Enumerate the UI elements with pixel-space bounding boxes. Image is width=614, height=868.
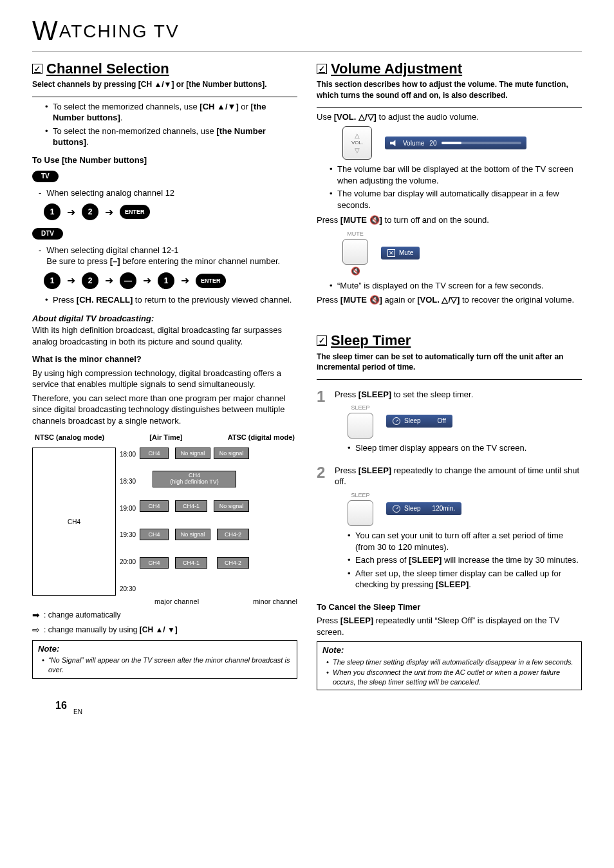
arrow-icon: ➜ [143, 274, 151, 288]
solid-arrow-icon: ➡ [32, 609, 40, 621]
channel-selection-heading: ✓ Channel Selection [32, 59, 297, 79]
sleep-osd-120: Sleep 120min. [386, 502, 461, 515]
page-lang: EN [73, 708, 82, 717]
time-axis: 18:00 18:30 19:00 19:30 20:00 20:30 [120, 448, 136, 596]
recall-list: Press [CH. RECALL] to return to the prev… [32, 294, 297, 306]
footer: 16 EN [32, 697, 582, 722]
bullet-memorized: To select the memorized channels, use [C… [45, 101, 297, 124]
mute-osd: ✕ Mute [381, 247, 420, 259]
mute-remote-button [342, 239, 368, 265]
sleep-heading: ✓ Sleep Timer [317, 331, 582, 350]
cancel-body: Press [SLEEP] repeatedly until “Sleep Of… [317, 615, 582, 637]
step-1: 1 Press [SLEEP] to set the sleep timer. … [317, 389, 582, 456]
legend-auto: ➡: change automatically [32, 609, 297, 621]
tv-pill: TV [32, 171, 59, 182]
header-big-letter: W [32, 15, 59, 46]
digital-example: - When selecting digital channel 12-1 Be… [32, 245, 297, 267]
arrow-icon: ➜ [105, 205, 113, 220]
sleep-sub: The sleep timer can be set to automatica… [317, 352, 582, 372]
arrow-icon: ➜ [105, 274, 113, 288]
num-1-button: 1 [44, 272, 60, 289]
minor-head: What is the minor channel? [32, 354, 297, 365]
about-body: With its high definition broadcast, digi… [32, 325, 297, 347]
sleep-remote-button [348, 413, 373, 439]
check-icon: ✓ [32, 64, 42, 74]
cancel-head: To Cancel the Sleep Timer [317, 601, 582, 613]
arrow-icon: ➜ [67, 274, 75, 288]
mute-visual: MUTE 🔇 ✕ Mute [342, 230, 582, 276]
mute-bullets: “Mute” is displayed on the TV screen for… [317, 280, 582, 292]
step-2: 2 Press [SLEEP] repeatedly to change the… [317, 465, 582, 592]
mute-x-icon: ✕ [387, 249, 395, 257]
mute-stack: MUTE 🔇 [342, 230, 368, 276]
mute-recover: Press [MUTE 🔇] again or [VOL. △/▽] to re… [317, 294, 582, 306]
about-head: About digital TV broadcasting: [32, 313, 297, 325]
left-column: ✓ Channel Selection Select channels by p… [32, 59, 297, 691]
num-2-button: 2 [82, 203, 98, 220]
divider [317, 107, 582, 108]
sleep-remote-button [348, 500, 373, 526]
channel-sub: Select channels by pressing [CH ▲/▼] or … [32, 79, 297, 90]
vol-remote-button: △ VOL. ▽ [342, 126, 372, 160]
enter-button: ENTER [196, 274, 226, 288]
num-1-button: 1 [44, 203, 60, 220]
mute-press: Press [MUTE 🔇] to turn off and on the so… [317, 214, 582, 226]
note-item: The sleep timer setting display will aut… [326, 657, 576, 667]
number-buttons-head: To Use [the Number buttons] [32, 155, 297, 166]
digital-sequence: 1 ➜ 2 ➜ — ➜ 1 ➜ ENTER [44, 272, 297, 289]
note-box-left: Note: “No Signal” will appear on the TV … [32, 640, 297, 679]
diagram-header: NTSC (analog mode) [Air Time] ATSC (digi… [32, 433, 297, 442]
right-column: ✓ Volume Adjustment This section describ… [317, 59, 582, 691]
divider [32, 97, 297, 97]
volume-bullets: The volume bar will be displayed at the … [317, 164, 582, 211]
mute-icon: 🔇 [351, 266, 360, 276]
speaker-icon [390, 140, 398, 146]
note-item: When you disconnect the unit from the AC… [326, 668, 576, 687]
volume-sub: This section describes how to adjust the… [317, 79, 582, 100]
minor-b1: By using high compression technology, di… [32, 368, 297, 390]
arrow-icon: ➜ [181, 274, 189, 288]
note-box-right: Note: The sleep timer setting display wi… [317, 641, 582, 690]
volume-visual: △ VOL. ▽ Volume 20 [342, 126, 582, 160]
analog-example: -When selecting analog channel 12 [32, 187, 297, 199]
bullet-nonmemorized: To select the non-memorized channels, us… [45, 126, 297, 148]
channel-bullets: To select the memorized channels, use [C… [32, 101, 297, 148]
minor-b2: Therefore, you can select more than one … [32, 393, 297, 427]
down-triangle-icon: ▽ [355, 147, 360, 154]
note-item: “No Signal” will appear on the TV screen… [42, 656, 292, 675]
num-1b-button: 1 [158, 272, 174, 289]
analog-sequence: 1 ➜ 2 ➜ ENTER [44, 203, 297, 220]
vol-use: Use [VOL. △/▽] to adjust the audio volum… [317, 111, 582, 123]
hollow-arrow-icon: ⇨ [32, 624, 40, 636]
check-icon: ✓ [317, 335, 327, 346]
check-icon: ✓ [317, 64, 327, 74]
step-number-1: 1 [317, 389, 330, 404]
volume-osd: Volume 20 [385, 137, 526, 149]
enter-button: ENTER [120, 205, 150, 219]
volume-heading: ✓ Volume Adjustment [317, 59, 582, 79]
clock-icon [393, 417, 400, 425]
major-minor-labels: major channel minor channel [32, 597, 297, 607]
sleep-visual-2: SLEEP Sleep 120min. [348, 491, 582, 526]
channel-diagram: CH4 18:00 18:30 19:00 19:30 20:00 20:30 … [32, 448, 297, 596]
recall-bullet: Press [CH. RECALL] to return to the prev… [45, 294, 297, 306]
dtv-pill: DTV [32, 228, 63, 240]
sleep-osd-off: Sleep Off [386, 415, 452, 428]
num-2-button: 2 [82, 272, 98, 289]
clock-icon [393, 505, 400, 513]
ntsc-block: CH4 [32, 448, 116, 596]
arrow-icon: ➜ [67, 205, 75, 220]
page-header: WATCHING TV [32, 13, 582, 52]
dash-button: — [120, 272, 136, 289]
sleep-visual-1: SLEEP Sleep Off [348, 404, 582, 439]
page-number: 16 [55, 699, 67, 713]
atsc-area: CH4 No signal No signal CH4(high definit… [140, 448, 249, 596]
up-triangle-icon: △ [355, 133, 360, 139]
divider [317, 379, 582, 380]
legend-manual: ⇨: change manually by using [CH ▲/ ▼] [32, 624, 297, 636]
sleep-bullets: You can set your unit to turn off after … [335, 530, 582, 590]
header-rest: ATCHING TV [59, 21, 180, 41]
step-number-2: 2 [317, 465, 330, 480]
